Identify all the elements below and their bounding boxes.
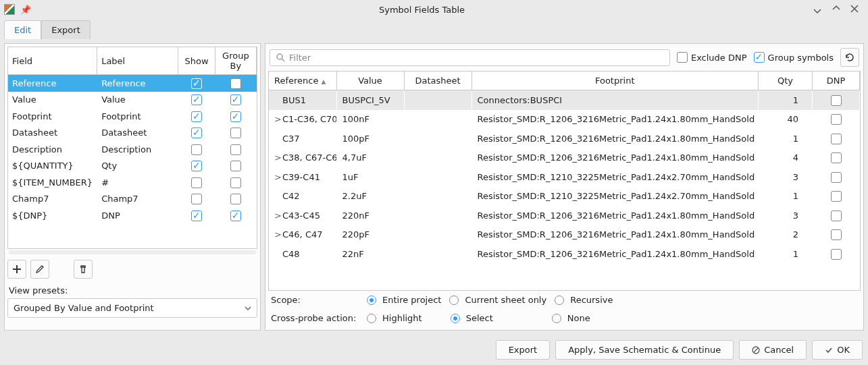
dnp-checkbox[interactable] — [831, 152, 842, 163]
expand-icon[interactable]: > — [274, 210, 282, 221]
edit-field-button[interactable] — [30, 260, 49, 279]
field-name-cell: Champ7 — [8, 191, 97, 208]
expand-icon[interactable]: > — [274, 152, 282, 163]
value-cell: BUSPCI_5V — [336, 90, 404, 110]
show-checkbox[interactable] — [191, 194, 202, 204]
show-checkbox[interactable] — [191, 111, 202, 122]
dnp-checkbox[interactable] — [831, 95, 842, 106]
fields-header-groupby[interactable]: Group By — [215, 47, 256, 75]
symbols-table[interactable]: Reference▲ Value Datasheet Footprint Qty… — [268, 71, 861, 291]
cancel-button[interactable]: Cancel — [739, 340, 807, 360]
col-dnp[interactable]: DNP — [813, 72, 860, 90]
view-presets-combo[interactable]: Grouped By Value and Footprint — [7, 298, 257, 318]
table-row[interactable]: >C43-C45220nFResistor_SMD:R_1206_3216Met… — [269, 206, 860, 225]
expand-icon[interactable]: > — [274, 172, 282, 182]
field-name-cell: ${ITEM_NUMBER} — [8, 174, 97, 191]
crossprobe-none[interactable]: None — [552, 313, 590, 323]
show-checkbox[interactable] — [191, 161, 202, 171]
expand-icon[interactable]: > — [274, 229, 282, 240]
groupby-checkbox[interactable] — [230, 194, 241, 204]
groupby-checkbox[interactable] — [230, 94, 241, 105]
tab-edit[interactable]: Edit — [4, 20, 41, 39]
svg-point-0 — [277, 54, 282, 59]
dnp-checkbox[interactable] — [831, 210, 842, 221]
value-cell: 1uF — [336, 167, 404, 187]
col-qty[interactable]: Qty — [759, 72, 813, 90]
refresh-button[interactable] — [840, 48, 859, 67]
export-button[interactable]: Export — [496, 340, 551, 360]
dnp-checkbox[interactable] — [831, 172, 842, 183]
expand-icon[interactable]: > — [274, 114, 282, 124]
group-symbols-checkbox[interactable]: Group symbols — [754, 52, 834, 63]
crossprobe-highlight[interactable]: Highlight — [367, 313, 422, 323]
groupby-checkbox[interactable] — [230, 177, 241, 188]
dnp-checkbox[interactable] — [831, 191, 842, 202]
col-value[interactable]: Value — [336, 72, 404, 90]
dnp-checkbox[interactable] — [831, 229, 842, 240]
maximize-button[interactable] — [832, 5, 845, 14]
col-footprint[interactable]: Footprint — [471, 72, 759, 90]
add-field-button[interactable] — [7, 260, 26, 279]
delete-field-button[interactable] — [74, 260, 93, 279]
exclude-dnp-checkbox[interactable]: Exclude DNP — [677, 52, 747, 63]
ok-button[interactable]: OK — [812, 340, 863, 360]
datasheet-cell — [404, 90, 471, 110]
fields-header-field[interactable]: Field — [8, 47, 97, 75]
scope-current-sheet[interactable]: Current sheet only — [449, 295, 546, 305]
dnp-checkbox[interactable] — [831, 134, 842, 144]
fields-header-show[interactable]: Show — [178, 47, 215, 75]
fields-table[interactable]: Field Label Show Group By ReferenceRefer… — [7, 47, 257, 249]
close-button[interactable] — [850, 5, 864, 14]
table-row[interactable]: C37100pFResistor_SMD:R_1206_3216Metric_P… — [269, 129, 860, 148]
groupby-checkbox[interactable] — [230, 128, 241, 138]
table-row[interactable]: C4822nFResistor_SMD:R_1206_3216Metric_Pa… — [269, 244, 860, 264]
show-checkbox[interactable] — [191, 210, 202, 221]
filter-input[interactable]: Filter — [270, 49, 670, 66]
scope-recursive[interactable]: Recursive — [555, 295, 613, 305]
scope-label: Scope: — [271, 295, 359, 305]
dnp-checkbox[interactable] — [831, 249, 842, 260]
scope-entire-project[interactable]: Entire project — [367, 295, 441, 305]
footprint-cell: Resistor_SMD:R_1210_3225Metric_Pad1.24x2… — [471, 187, 759, 206]
field-row[interactable]: DatasheetDatasheet — [8, 125, 257, 142]
field-row[interactable]: ValueValue — [8, 92, 257, 109]
groupby-checkbox[interactable] — [230, 210, 241, 221]
table-row[interactable]: >C39-C411uFResistor_SMD:R_1210_3225Metri… — [269, 167, 860, 187]
fields-h-scrollbar[interactable] — [7, 249, 257, 256]
field-row[interactable]: ${QUANTITY}Qty — [8, 158, 257, 175]
groupby-checkbox[interactable] — [230, 78, 241, 89]
field-row[interactable]: Champ7Champ7 — [8, 191, 257, 208]
field-row[interactable]: FootprintFootprint — [8, 108, 257, 125]
footprint-cell: Resistor_SMD:R_1206_3216Metric_Pad1.24x1… — [471, 110, 759, 130]
crossprobe-select[interactable]: Select — [451, 313, 493, 323]
pin-icon[interactable]: 📌 — [20, 5, 31, 15]
show-checkbox[interactable] — [191, 177, 202, 188]
show-checkbox[interactable] — [191, 78, 202, 89]
groupby-checkbox[interactable] — [230, 161, 241, 171]
groupby-checkbox[interactable] — [230, 111, 241, 122]
show-checkbox[interactable] — [191, 144, 202, 155]
value-cell: 4,7uF — [336, 148, 404, 168]
col-datasheet[interactable]: Datasheet — [404, 72, 471, 90]
field-row[interactable]: ReferenceReference — [8, 75, 257, 92]
table-row[interactable]: >C46, C47220pFResistor_SMD:R_1206_3216Me… — [269, 225, 860, 245]
show-checkbox[interactable] — [191, 94, 202, 105]
minimize-button[interactable] — [813, 5, 826, 14]
apply-save-continue-button[interactable]: Apply, Save Schematic & Continue — [555, 340, 734, 360]
table-row[interactable]: >C38, C67-C694,7uFResistor_SMD:R_1206_32… — [269, 148, 860, 168]
fields-header-label[interactable]: Label — [97, 47, 178, 75]
dnp-checkbox[interactable] — [831, 114, 842, 125]
field-row[interactable]: ${DNP}DNP — [8, 207, 257, 224]
show-checkbox[interactable] — [191, 128, 202, 138]
sort-asc-icon: ▲ — [321, 78, 326, 85]
ref-cell: C48 — [269, 244, 336, 264]
table-row[interactable]: >C1-C36, C70-C100nFResistor_SMD:R_1206_3… — [269, 110, 860, 130]
field-row[interactable]: ${ITEM_NUMBER}# — [8, 174, 257, 191]
table-row[interactable]: BUS1BUSPCI_5VConnectors:BUSPCI1 — [269, 90, 860, 110]
datasheet-cell — [404, 148, 471, 168]
table-row[interactable]: C422.2uFResistor_SMD:R_1210_3225Metric_P… — [269, 187, 860, 206]
groupby-checkbox[interactable] — [230, 144, 241, 155]
field-row[interactable]: DescriptionDescription — [8, 141, 257, 158]
tab-export[interactable]: Export — [41, 20, 91, 39]
col-reference[interactable]: Reference▲ — [269, 72, 336, 90]
